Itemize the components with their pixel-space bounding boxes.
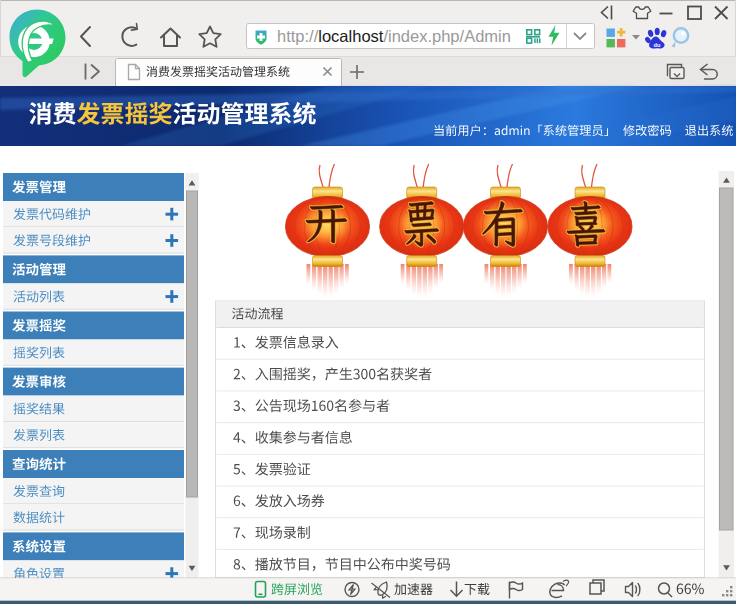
svg-text:http://localhost/index.php/Adm: http://localhost/index.php/Admin	[277, 27, 511, 45]
svg-text:du: du	[654, 42, 661, 48]
